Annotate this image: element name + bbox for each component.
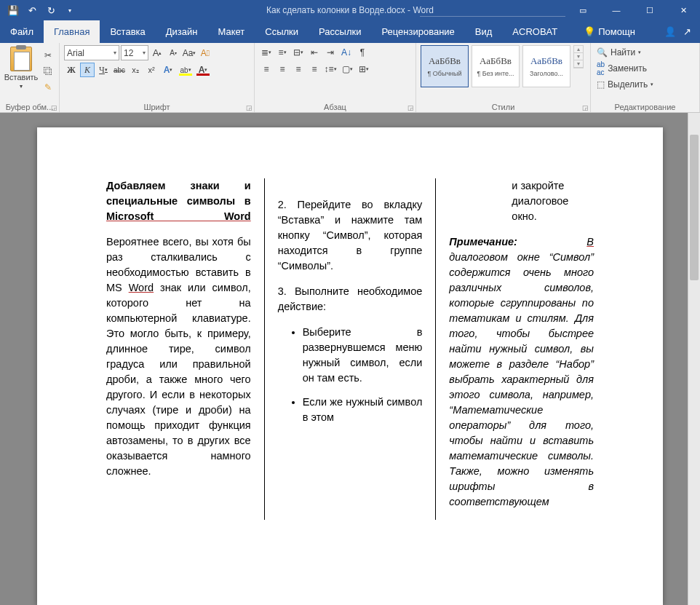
group-label-font: Шрифт — [64, 102, 250, 111]
heading: Добавляем знаки и специальные символы в … — [106, 178, 251, 224]
window-controls: ▭ — ☐ ✕ — [566, 0, 700, 20]
minimize-button[interactable]: — — [600, 0, 633, 20]
line-spacing-button[interactable]: ↕≡▾ — [323, 62, 338, 76]
redo-button[interactable]: ↻ — [42, 1, 60, 19]
chevron-down-icon: ▾ — [20, 83, 23, 90]
numbering-button[interactable]: ≡▾ — [275, 45, 290, 60]
paragraph: 3. Выполните необходимое действие: — [278, 284, 423, 315]
shading-button[interactable]: ▢▾ — [339, 62, 355, 76]
styles-gallery-scroll[interactable]: ▴ ▾ ▾ — [573, 45, 584, 68]
group-styles: АаБбВв ¶ Обычный АаБбВв ¶ Без инте... Аа… — [416, 43, 591, 112]
save-button[interactable]: 💾 — [4, 1, 22, 19]
share-icon[interactable]: ↗ — [683, 26, 691, 37]
quick-access-toolbar: 💾 ↶ ↻ ▾ — [0, 1, 79, 19]
style-up-icon[interactable]: ▴ — [574, 46, 583, 53]
align-right-button[interactable]: ≡ — [291, 62, 306, 76]
select-button[interactable]: ⬚Выделить▾ — [595, 77, 655, 92]
list-item: Если же нужный символ в этом — [303, 395, 423, 425]
tab-home[interactable]: Главная — [44, 20, 100, 43]
tab-acrobat[interactable]: ACROBAT — [502, 20, 568, 43]
paragraph-dialog-launcher[interactable]: ◲ — [407, 104, 414, 111]
clear-format-button[interactable]: A⃠ — [198, 46, 212, 60]
chevron-down-icon: ▾ — [68, 7, 71, 14]
window-title: Как сделать колонки в Ворде.docx - Word — [266, 5, 434, 15]
column-separator — [264, 178, 265, 520]
grow-font-button[interactable]: A▴ — [150, 46, 164, 60]
tab-layout[interactable]: Макет — [207, 20, 255, 43]
align-center-button[interactable]: ≡ — [275, 62, 290, 76]
shrink-font-button[interactable]: A▾ — [166, 46, 180, 60]
change-case-button[interactable]: Aa▾ — [182, 46, 196, 60]
tell-me[interactable]: 💡Помощн — [573, 20, 645, 43]
ribbon-display-button[interactable]: ▭ — [566, 0, 600, 20]
style-heading1[interactable]: АаБбВв Заголово... — [522, 45, 570, 87]
group-label-clipboard: Буфер обм... — [4, 102, 55, 111]
qat-customize[interactable]: ▾ — [61, 1, 79, 19]
column-3: и закройте диалоговое окно. Примечание: … — [449, 178, 594, 520]
bold-button[interactable]: Ж — [64, 63, 79, 77]
font-color-button[interactable]: A▾ — [195, 63, 211, 77]
undo-icon: ↶ — [28, 5, 36, 16]
paste-button[interactable]: Вставить ▾ — [4, 45, 38, 91]
group-label-paragraph: Абзац — [259, 102, 411, 111]
page[interactable]: Добавляем знаки и специальные символы в … — [37, 127, 663, 605]
copy-button[interactable] — [41, 64, 55, 79]
align-left-button[interactable]: ≡ — [259, 62, 274, 76]
font-name-select[interactable]: Arial▾ — [64, 45, 119, 60]
strikethrough-button[interactable] — [112, 63, 127, 77]
styles-dialog-launcher[interactable]: ◲ — [582, 104, 589, 111]
style-normal[interactable]: АаБбВв ¶ Обычный — [421, 45, 469, 87]
group-editing: 🔍Найти▾ abacЗаменить ⬚Выделить▾ Редактир… — [591, 43, 700, 112]
group-label-styles: Стили — [421, 102, 586, 111]
font-size-select[interactable]: 12▾ — [121, 45, 148, 60]
undo-button[interactable]: ↶ — [23, 1, 41, 19]
bullets-button[interactable]: ≣▾ — [259, 45, 274, 60]
decrease-indent-button[interactable]: ⇤ — [307, 45, 322, 60]
find-button[interactable]: 🔍Найти▾ — [595, 45, 655, 60]
close-button[interactable]: ✕ — [667, 0, 700, 20]
italic-button[interactable]: К — [80, 63, 95, 77]
bulb-icon: 💡 — [584, 26, 595, 37]
group-clipboard: Вставить ▾ Буфер обм... ◲ — [0, 43, 60, 112]
underline-button[interactable]: Ч▾ — [96, 63, 111, 77]
style-no-spacing[interactable]: АаБбВв ¶ Без инте... — [472, 45, 520, 87]
tab-insert[interactable]: Вставка — [100, 20, 155, 43]
replace-button[interactable]: abacЗаменить — [595, 61, 655, 76]
tab-references[interactable]: Ссылки — [255, 20, 309, 43]
text-effects-button[interactable]: A▾ — [160, 63, 176, 77]
increase-indent-button[interactable]: ⇥ — [323, 45, 338, 60]
style-down-icon[interactable]: ▾ — [574, 53, 583, 60]
multilevel-button[interactable]: ⊟▾ — [291, 45, 306, 60]
tab-mailings[interactable]: Рассылки — [309, 20, 371, 43]
vertical-scrollbar[interactable] — [688, 113, 700, 605]
group-label-editing: Редактирование — [595, 102, 695, 111]
superscript-button[interactable] — [144, 63, 159, 77]
paragraph: и закройте диалоговое окно. — [449, 178, 594, 224]
tab-file[interactable]: Файл — [0, 20, 44, 43]
clipboard-dialog-launcher[interactable]: ◲ — [51, 104, 57, 111]
maximize-button[interactable]: ☐ — [633, 0, 667, 20]
column-separator — [435, 178, 436, 520]
cut-button[interactable] — [41, 48, 55, 63]
subscript-button[interactable] — [128, 63, 143, 77]
scrollbar-thumb[interactable] — [690, 135, 699, 280]
borders-button[interactable]: ⊞▾ — [357, 62, 371, 76]
format-painter-button[interactable] — [41, 80, 55, 95]
select-icon: ⬚ — [597, 79, 605, 90]
show-marks-button[interactable]: ¶ — [355, 45, 370, 60]
ribbon: Вставить ▾ Буфер обм... ◲ Arial▾ 12▾ A▴ … — [0, 43, 700, 113]
redo-icon: ↻ — [47, 5, 55, 16]
note-paragraph: Примечание: В диалоговом окне “Символ” с… — [449, 234, 594, 510]
justify-button[interactable]: ≡ — [307, 62, 322, 76]
style-expand-icon[interactable]: ▾ — [574, 60, 583, 68]
highlight-button[interactable]: ab▾ — [178, 63, 194, 77]
tab-design[interactable]: Дизайн — [156, 20, 208, 43]
tab-view[interactable]: Вид — [465, 20, 503, 43]
account-icon[interactable]: 👤 — [664, 26, 676, 37]
paste-icon — [10, 47, 32, 71]
sort-button[interactable]: A↓ — [339, 45, 354, 60]
column-2: 2. Перейдите во вкладку “Вставка” и нажм… — [278, 178, 423, 520]
paragraph: Вероятнее всего, вы хотя бы раз сталкива… — [106, 234, 251, 479]
font-dialog-launcher[interactable]: ◲ — [246, 104, 252, 111]
tab-review[interactable]: Рецензирование — [371, 20, 464, 43]
